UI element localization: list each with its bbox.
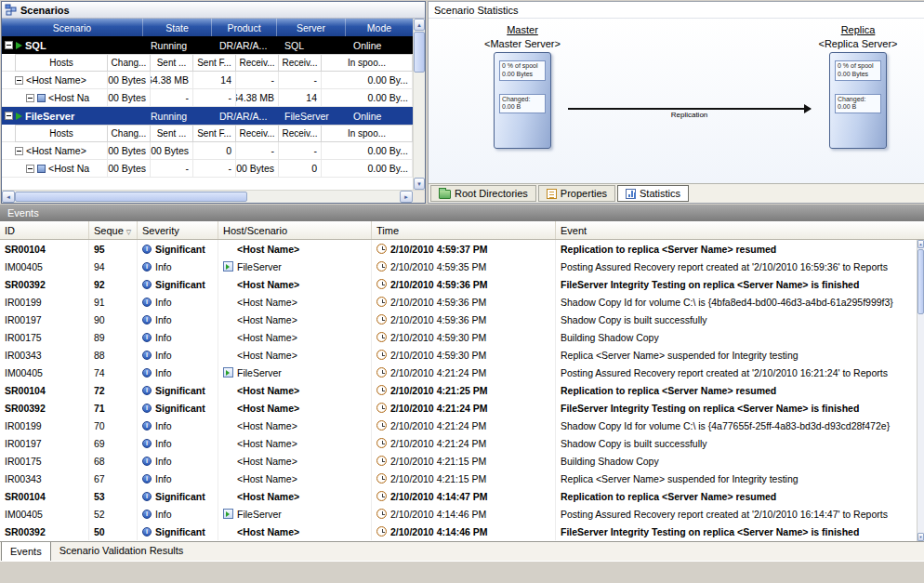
replica-label: Replica <box>841 24 876 35</box>
host-row[interactable]: <Host Na 0.00 Bytes - - 64.38 MB 14 0.00… <box>2 89 413 107</box>
col-sent-files[interactable]: Sent F... <box>193 54 236 72</box>
col-event[interactable]: Event <box>556 221 924 239</box>
col-changed[interactable]: Chang... <box>108 125 151 142</box>
event-sequence: 68 <box>89 452 138 470</box>
event-row[interactable]: IR00175 68 Info <Host Name> 2/10/2010 4:… <box>0 452 924 470</box>
col-hosts[interactable]: Hosts <box>15 125 108 142</box>
scroll-down-icon[interactable] <box>414 178 425 190</box>
col-id[interactable]: ID <box>0 221 89 239</box>
event-row[interactable]: IR00199 70 Info <Host Name> 2/10/2010 4:… <box>0 417 924 434</box>
event-row[interactable]: IR00197 69 Info <Host Name> 2/10/2010 4:… <box>0 434 924 452</box>
scrollbar-track[interactable] <box>414 73 425 178</box>
col-in-spool[interactable]: In spoo... <box>322 54 413 72</box>
scrollbar-thumb[interactable] <box>917 249 924 314</box>
event-row[interactable]: IR00199 91 Info <Host Name> 2/10/2010 4:… <box>0 293 924 311</box>
col-time[interactable]: Time <box>372 221 556 239</box>
col-received[interactable]: Receiv... <box>236 125 279 142</box>
col-mode[interactable]: Mode <box>346 19 413 36</box>
host-sent: - <box>151 160 193 178</box>
event-row[interactable]: IR00175 89 Info <Host Name> 2/10/2010 4:… <box>0 328 924 346</box>
col-changed[interactable]: Chang... <box>108 54 151 72</box>
col-sent[interactable]: Sent ... <box>151 125 193 142</box>
collapse-icon[interactable] <box>5 41 13 49</box>
tab-properties[interactable]: Properties <box>538 185 615 202</box>
scroll-left-icon[interactable] <box>2 191 15 203</box>
event-row[interactable]: SR00392 71 Significant <Host Name> 2/10/… <box>0 399 924 417</box>
event-time: 2/10/2010 4:59:36 PM <box>372 311 556 328</box>
host-cell: <Host Name> <box>2 142 108 160</box>
collapse-icon[interactable] <box>15 147 23 155</box>
event-severity: Info <box>138 452 218 470</box>
col-state[interactable]: State <box>143 19 212 36</box>
event-host: <Host Name> <box>218 328 372 346</box>
collapse-icon[interactable] <box>26 94 34 102</box>
scenario-name: FileServer <box>25 111 74 122</box>
scenario-row[interactable]: FileServer Running DR/AR/A... FileServer… <box>2 107 413 125</box>
col-received-files[interactable]: Receiv... <box>279 125 322 142</box>
collapse-icon[interactable] <box>5 112 13 120</box>
host-text: <Host Name> <box>237 456 297 467</box>
scenario-server: SQL <box>277 40 346 51</box>
tab-statistics[interactable]: Statistics <box>617 185 689 202</box>
collapse-icon[interactable] <box>15 76 23 85</box>
scenario-name-cell: SQL <box>2 40 143 51</box>
event-row[interactable]: SR00392 50 Significant <Host Name> 2/10/… <box>0 523 924 540</box>
event-time: 2/10/2010 4:59:37 PM <box>372 240 556 258</box>
event-row[interactable]: IM00405 74 Info FileServer 2/10/2010 4:2… <box>0 364 924 381</box>
scroll-up-icon[interactable] <box>414 19 425 31</box>
bottom-tab-strip: Events Scenario Validation Results <box>0 541 924 561</box>
scenarios-vertical-scrollbar[interactable] <box>413 19 425 190</box>
scenario-product: DR/AR/A... <box>212 40 277 51</box>
host-row[interactable]: <Host Name> 0.00 Bytes 0.00 Bytes 0 - - … <box>2 142 413 160</box>
scrollbar-track[interactable] <box>247 191 400 203</box>
scroll-down-icon[interactable] <box>917 533 924 541</box>
col-host-scenario[interactable]: Host/Scenario <box>218 221 372 239</box>
col-sent[interactable]: Sent ... <box>151 54 193 72</box>
host-row[interactable]: <Host Na 0.00 Bytes - - 0.00 Bytes 0 0.0… <box>2 160 413 178</box>
event-row[interactable]: SR00104 95 Significant <Host Name> 2/10/… <box>0 240 924 258</box>
host-text: <Host Name> <box>237 526 299 537</box>
scrollbar-track[interactable] <box>917 315 924 533</box>
scroll-right-icon[interactable] <box>400 191 413 203</box>
col-sequence[interactable]: Seque <box>89 221 138 239</box>
scrollbar-thumb[interactable] <box>15 192 247 202</box>
event-row[interactable]: IR00197 90 Info <Host Name> 2/10/2010 4:… <box>0 311 924 328</box>
event-severity: Info <box>138 505 218 523</box>
col-received[interactable]: Receiv... <box>236 54 279 72</box>
clock-icon <box>376 509 387 519</box>
event-row[interactable]: SR00104 72 Significant <Host Name> 2/10/… <box>0 381 924 399</box>
event-row[interactable]: IM00405 94 Info FileServer 2/10/2010 4:5… <box>0 258 924 275</box>
tab-events[interactable]: Events <box>1 542 51 562</box>
host-sent-files: - <box>193 89 236 107</box>
event-sequence: 94 <box>89 258 138 275</box>
col-hosts[interactable]: Hosts <box>15 54 108 72</box>
master-spool-box: 0 % of spool 0.00 Bytes <box>499 60 546 81</box>
scroll-up-icon[interactable] <box>917 240 924 248</box>
col-server[interactable]: Server <box>277 19 346 36</box>
col-in-spool[interactable]: In spoo... <box>322 125 413 142</box>
event-row[interactable]: SR00104 53 Significant <Host Name> 2/10/… <box>0 487 924 505</box>
collapse-icon[interactable] <box>26 165 34 173</box>
scenarios-horizontal-scrollbar[interactable] <box>2 191 413 203</box>
changed-label: Changed: <box>838 96 878 104</box>
scenario-row[interactable]: SQL Running DR/AR/A... SQL Online <box>2 36 413 54</box>
col-product[interactable]: Product <box>212 19 277 36</box>
scrollbar-thumb[interactable] <box>414 32 425 73</box>
events-vertical-scrollbar[interactable] <box>917 240 924 541</box>
tab-scenario-validation-results[interactable]: Scenario Validation Results <box>51 542 192 560</box>
severity-text: Info <box>155 438 172 449</box>
scenario-icon <box>223 367 233 378</box>
event-row[interactable]: IM00405 52 Info FileServer 2/10/2010 4:1… <box>0 505 924 523</box>
host-row[interactable]: <Host Name> 0.00 Bytes 64.38 MB 14 - - 0… <box>2 72 413 89</box>
scenario-name: SQL <box>25 40 46 51</box>
event-row[interactable]: SR00392 92 Significant <Host Name> 2/10/… <box>0 275 924 293</box>
col-received-files[interactable]: Receiv... <box>279 54 322 72</box>
event-row[interactable]: IR00343 88 Info <Host Name> 2/10/2010 4:… <box>0 346 924 364</box>
col-sent-files[interactable]: Sent F... <box>193 125 236 142</box>
tab-root-directories[interactable]: Root Directories <box>430 185 536 202</box>
col-severity[interactable]: Severity <box>138 221 218 239</box>
event-row[interactable]: IR00343 67 Info <Host Name> 2/10/2010 4:… <box>0 470 924 487</box>
changed-label: Changed: <box>502 96 543 104</box>
time-text: 2/10/2010 4:59:36 PM <box>390 279 488 290</box>
col-scenario[interactable]: Scenario <box>2 19 143 36</box>
